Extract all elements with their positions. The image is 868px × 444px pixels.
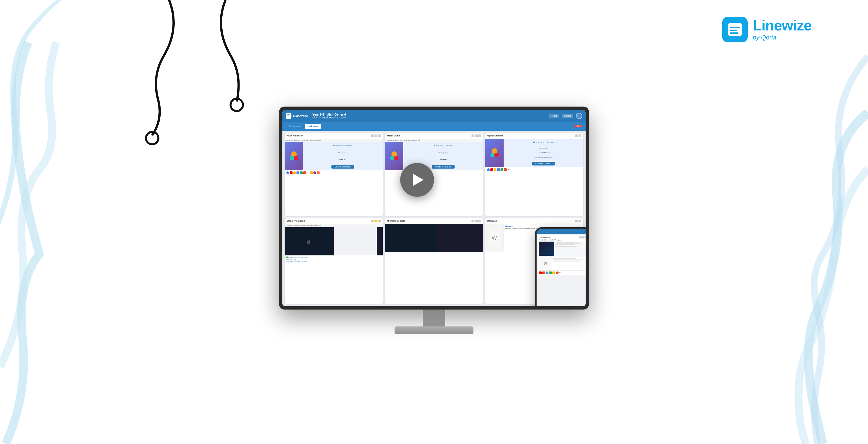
svg-rect-5 xyxy=(730,32,738,34)
play-video-button[interactable] xyxy=(400,163,434,197)
managed-by-label: Managed by xyxy=(539,147,548,149)
phone-app-docs xyxy=(549,271,552,274)
khan-academy-image xyxy=(387,149,401,163)
app-icon-extra2 xyxy=(313,171,316,174)
phone-content: Lilia Sampson Youtube | Marvel Studios xyxy=(536,234,586,277)
claim-student-button[interactable]: CLAIM STUDENT xyxy=(532,162,555,166)
student-name: Karla Antonsen xyxy=(287,135,370,137)
app-icon-extra3 xyxy=(317,171,319,174)
svg-rect-3 xyxy=(730,27,740,28)
student-card-melek: Melek Samo Khan Academy - You can learn … xyxy=(385,133,483,216)
phone-video-info xyxy=(554,242,586,256)
phone-video-area xyxy=(539,242,586,256)
close-icon xyxy=(575,135,578,137)
phone-text-line xyxy=(553,258,576,259)
managed-by-label: Managed by xyxy=(438,152,448,154)
app-icon-sheets xyxy=(500,168,503,171)
browser-url: Youtube | Marvel Studios' Avengers - Off… xyxy=(285,224,383,227)
student-header: Melek Samo xyxy=(385,133,483,139)
student-name: Diana Thompson xyxy=(287,219,370,222)
more-apps-label: +7 xyxy=(307,172,309,174)
svg-point-16 xyxy=(490,153,495,157)
alert-badge: 1 Alert xyxy=(575,125,582,127)
svg-rect-4 xyxy=(730,30,737,31)
classwize-app-name: Classwize xyxy=(293,114,308,118)
app-icon-meet xyxy=(504,168,507,171)
content-info: Maths Yr 12 Mondays Managed by John Fry … xyxy=(303,142,383,170)
classwize-topbar: Classwize Year 9 English General Class i… xyxy=(282,110,586,122)
user-avatar xyxy=(576,113,582,119)
svg-rect-21 xyxy=(334,227,377,256)
help-button[interactable]: Help xyxy=(549,114,559,118)
student-content: Maths Yr 12 Mondays Managed by John Fry … xyxy=(285,142,383,170)
video-thumbnail xyxy=(385,224,483,252)
student-card-diana: Diana Thompson Youtube | Marvel Studios'… xyxy=(285,218,383,304)
app-icon-chrome xyxy=(293,171,296,174)
student-card-ophelia: Ophelia Peters xyxy=(485,133,583,216)
student-icons xyxy=(371,135,381,137)
flag-icon xyxy=(475,219,478,223)
tab-list-view[interactable]: List view xyxy=(305,124,321,129)
student-content-video xyxy=(385,224,483,252)
wiki-sidebar-image: W xyxy=(485,224,504,252)
phone-text-line xyxy=(553,261,580,262)
logo-sub: by Qoria xyxy=(753,34,812,41)
app-icon-meet xyxy=(303,171,306,174)
student-card-michelle: Michelle Gerhold xyxy=(385,218,483,304)
logo-name: Linewize xyxy=(753,18,812,33)
teacher-name: John Fry xyxy=(440,158,447,160)
play-triangle-icon xyxy=(413,174,424,186)
khan-academy-image xyxy=(488,146,502,160)
student-icons xyxy=(471,219,481,223)
phone-icon xyxy=(582,236,585,238)
more-icon xyxy=(579,135,581,137)
svg-point-14 xyxy=(394,156,399,160)
main-content-area: Classwize Year 9 English General Class i… xyxy=(0,0,868,444)
student-apps: +7 xyxy=(485,167,583,172)
student-icons xyxy=(471,135,481,137)
active-dot xyxy=(434,145,435,146)
monitor-neck xyxy=(423,309,445,326)
phone-device-overlay: Lilia Sampson Youtube | Marvel Studios xyxy=(535,227,586,306)
app-icon-docs xyxy=(497,168,500,171)
wiki-title: Warwick xyxy=(505,225,582,227)
app-icon-wifi xyxy=(286,171,289,174)
active-dot xyxy=(333,145,335,146)
monitor-icon xyxy=(471,219,474,223)
phone-app-sheets xyxy=(552,271,555,274)
flag-icon xyxy=(375,135,377,137)
phone-text-line xyxy=(553,259,583,261)
content-thumbnail xyxy=(485,139,504,167)
phone-text-line xyxy=(555,242,580,243)
student-header: Diana Thompson xyxy=(285,218,383,224)
video-thumbnail-svg xyxy=(385,224,483,252)
monitor: Classwize Year 9 English General Class i… xyxy=(279,107,589,318)
guide-button[interactable]: Guide xyxy=(562,114,573,118)
student-header: Michelle Gerhold xyxy=(385,218,483,224)
phone-text-line xyxy=(555,246,577,247)
student-name: Ophelia Peters xyxy=(487,135,574,137)
student-name: Donovan xyxy=(487,219,574,222)
claim-student-button[interactable]: CLAIM STUDENT xyxy=(332,165,354,169)
activity-badge: Maths Yr 12 Mondays xyxy=(331,144,354,147)
class-badge-text: Science Yr 12 Mondays xyxy=(536,142,554,143)
phone-student-name: Lilia Sampson xyxy=(539,237,550,238)
student-header: Karla Antonsen xyxy=(285,133,383,139)
student-icons xyxy=(371,219,381,223)
student-icons xyxy=(575,219,581,223)
phone-app-meet xyxy=(556,271,559,274)
claim-student-button[interactable]: CLAIM STUDENT xyxy=(432,165,455,169)
phone-browser-url: Youtube | Marvel Studios' Avengers... xyxy=(539,239,586,241)
svg-point-13 xyxy=(390,156,395,160)
video-thumbnail: 🎬 xyxy=(285,227,383,256)
tab-class-view[interactable]: Class view xyxy=(286,124,304,129)
more-icon xyxy=(478,219,481,223)
phone-student-card: Lilia Sampson Youtube | Marvel Studios xyxy=(538,235,586,275)
flag-icon xyxy=(475,135,478,137)
teacher-name: John Fry xyxy=(339,158,346,160)
more-icon xyxy=(378,219,381,223)
active-dot xyxy=(533,142,535,143)
khan-academy-image xyxy=(287,149,301,163)
class-badge-text: Maths Yr 12 Mondays xyxy=(336,145,352,146)
app-icon-docs xyxy=(297,171,299,174)
